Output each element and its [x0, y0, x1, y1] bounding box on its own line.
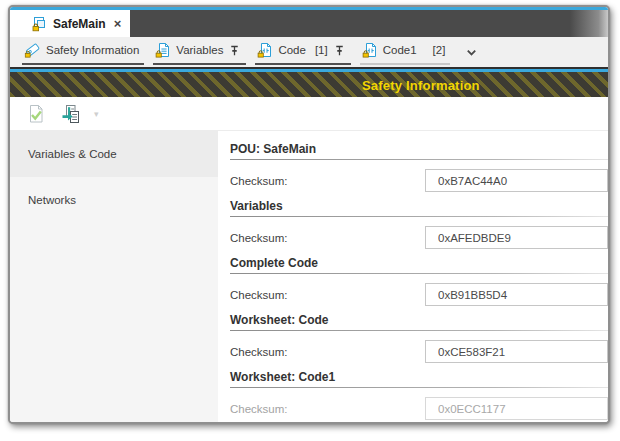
panel-tab-code[interactable]: Code [1]: [255, 39, 350, 65]
tab-spacer: [10, 10, 22, 37]
panel-tab-code1[interactable]: Code1 [2]: [360, 39, 451, 65]
section-complete-code: Complete Code Checksum:: [230, 257, 608, 306]
panel-tab-label: Variables: [176, 44, 223, 56]
panel-tab-count: [2]: [433, 44, 446, 56]
document-tab-bar: SafeMain ×: [10, 10, 608, 37]
checksum-label: Checksum:: [230, 403, 425, 415]
dropdown-arrow-icon[interactable]: ▾: [94, 109, 99, 119]
section-variables: Variables Checksum:: [230, 200, 608, 249]
panel-tab-bar: Safety Information Variables: [10, 37, 608, 67]
tab-bar-filler: [130, 10, 608, 37]
section-worksheet-code1: Worksheet: Code1 Checksum:: [230, 371, 608, 420]
checksum-value-field[interactable]: [425, 226, 608, 249]
checksum-row: Checksum:: [230, 169, 608, 192]
safety-editor-window: SafeMain × Safety Information: [8, 5, 610, 424]
section-heading: POU: SafeMain: [230, 143, 608, 156]
chevron-down-icon[interactable]: [465, 46, 478, 59]
close-icon[interactable]: ×: [114, 16, 122, 31]
sidebar-item-networks[interactable]: Networks: [10, 177, 218, 223]
checksum-label: Checksum:: [230, 346, 425, 358]
sidebar-item-variables-and-code[interactable]: Variables & Code: [10, 131, 218, 177]
sidebar: Variables & Code Networks: [10, 131, 218, 422]
section-heading: Worksheet: Code1: [230, 371, 608, 384]
sidebar-item-label: Networks: [28, 194, 76, 206]
panel-tab-label: Safety Information: [46, 44, 139, 56]
checksum-row: Checksum:: [230, 283, 608, 306]
code-doc-icon: [257, 42, 273, 58]
code-doc-icon: [362, 42, 378, 58]
checksum-label: Checksum:: [230, 232, 425, 244]
tab-title: SafeMain: [53, 17, 106, 31]
content-area: Variables & Code Networks POU: SafeMain …: [10, 131, 608, 422]
tab-safemain[interactable]: SafeMain ×: [22, 10, 130, 37]
panel-tab-variables[interactable]: Variables: [153, 39, 246, 65]
export-copy-icon[interactable]: [58, 102, 82, 126]
variables-doc-icon: [155, 42, 171, 58]
section-heading: Variables: [230, 200, 608, 213]
panel-tab-label: Code: [278, 44, 306, 56]
heading-rule: [230, 159, 608, 160]
checksum-label: Checksum:: [230, 289, 425, 301]
checksum-value-field[interactable]: [425, 283, 608, 306]
section-worksheet-code: Worksheet: Code Checksum:: [230, 314, 608, 363]
panel-tab-label: Code1: [383, 44, 417, 56]
section-heading: Complete Code: [230, 257, 608, 270]
checksum-row: Checksum:: [230, 226, 608, 249]
checksum-label: Checksum:: [230, 175, 425, 187]
safety-tag-icon: [24, 43, 41, 58]
panel-tab-safety-information[interactable]: Safety Information: [22, 39, 144, 65]
heading-rule: [230, 216, 608, 217]
panel-tab-count: [1]: [315, 44, 328, 56]
checksum-row: Checksum:: [230, 397, 608, 420]
section-pou: POU: SafeMain Checksum:: [230, 143, 608, 192]
safety-info-panel: POU: SafeMain Checksum: Variables Checks…: [218, 131, 608, 422]
heading-rule: [230, 273, 608, 274]
pin-icon[interactable]: [228, 44, 241, 57]
checksum-value-field[interactable]: [425, 397, 608, 420]
checksum-row: Checksum:: [230, 340, 608, 363]
heading-rule: [230, 387, 608, 388]
checksum-value-field[interactable]: [425, 169, 608, 192]
toolbar: ▾: [10, 97, 608, 131]
validate-document-icon[interactable]: [24, 102, 48, 126]
heading-rule: [230, 330, 608, 331]
pin-icon[interactable]: [333, 44, 346, 57]
checksum-value-field[interactable]: [425, 340, 608, 363]
sidebar-item-label: Variables & Code: [28, 148, 117, 160]
safety-hazard-banner: Safety Information: [10, 72, 608, 97]
section-heading: Worksheet: Code: [230, 314, 608, 327]
pou-lock-icon: [31, 16, 47, 32]
banner-title: Safety Information: [362, 77, 480, 92]
